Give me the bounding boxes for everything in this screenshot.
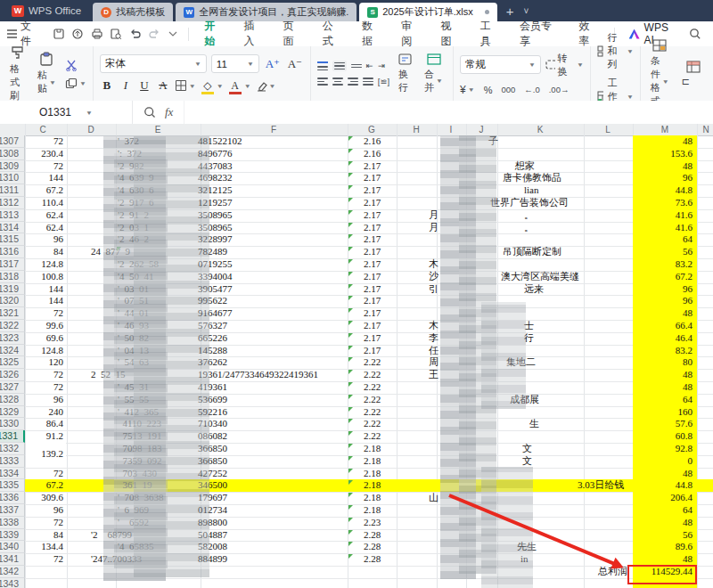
row-header-1321[interactable]: 1321 [0,307,25,320]
row-header-1313[interactable]: 1313 [0,209,25,222]
cell-g[interactable]: 2.17 [348,307,397,320]
increase-decimal-button[interactable]: .00→ [549,85,570,94]
cell-c[interactable]: 67.2 [25,184,63,197]
cell-g[interactable]: 2.16 [348,148,397,160]
cell-g[interactable]: 2.17 [348,184,397,197]
copy-icon[interactable] [65,78,78,89]
cell-c[interactable]: 240 [25,406,63,419]
cell-c[interactable]: 72 [25,381,63,394]
row-header-1311[interactable]: 1311 [0,184,25,197]
row-header-1333[interactable]: 1333 [0,455,25,468]
text-orientation-button[interactable]: [≌] [378,77,389,86]
borders-button[interactable]: ▼ [175,79,196,92]
row-header-1336[interactable]: 1336 [0,492,25,504]
row-header-1337[interactable]: 1337 [0,504,25,517]
cell-g[interactable]: 2.22 [348,430,397,443]
cell-m[interactable]: 66.4 [633,320,693,332]
strikethrough-button[interactable]: A [156,78,170,93]
decrease-font-button[interactable]: A⁻ [286,57,304,71]
cell-m[interactable]: 48 [633,369,693,381]
row-header-1340[interactable]: 1340 [0,541,25,553]
row-header-1323[interactable]: 1323 [0,332,25,345]
row-header-1315[interactable]: 1315 [0,233,25,246]
row-header-1316[interactable]: 1316 [0,246,25,258]
cell-g[interactable]: 2.18 [348,468,397,480]
row-header-1332[interactable]: 1332 [0,443,25,455]
cell-k[interactable]: 生 [529,418,539,430]
cell-c[interactable]: 84 [25,246,63,258]
cell-g[interactable]: 2.18 [348,492,397,504]
name-box[interactable]: O1331 ▼ [0,101,133,124]
row-header-1329[interactable]: 1329 [0,406,25,419]
cell-c[interactable]: 84 [25,529,63,542]
align-center-button[interactable] [332,78,343,85]
cell-g[interactable]: 2.17 [348,295,397,307]
cell-g[interactable]: 2.18 [348,455,397,468]
cell-c[interactable]: 120 [25,356,63,369]
cell-c[interactable]: 67.2 [25,479,63,492]
align-bottom-button[interactable] [351,64,362,69]
cell-g[interactable]: 2.17 [348,332,397,345]
cell-c[interactable]: 110.4 [25,197,63,209]
cell-m[interactable]: 48 [633,517,693,529]
spreadsheet-grid[interactable]: CDEFGHIJKLMN130772' 3724815221022.16子481… [0,124,713,588]
cell-c[interactable]: 72 [25,517,63,529]
cell-g[interactable]: 2.17 [348,283,397,296]
cell-m[interactable]: 41.6 [633,222,693,234]
cell-g[interactable]: 2.18 [348,443,397,455]
cell-m[interactable]: 41.6 [633,209,693,222]
cell-m[interactable]: 73.6 [633,197,693,209]
cell-m[interactable]: 160 [633,406,693,419]
row-header-1343[interactable]: 1343 [0,578,25,588]
cell-c[interactable]: 309.6 [25,492,63,504]
conditional-format-button[interactable]: 条件格式▼ [647,37,673,110]
cell-m[interactable]: 96 [633,295,693,307]
cell-c[interactable]: 144 [25,295,63,307]
column-header-J[interactable]: J [479,124,484,135]
cell-m[interactable]: 60.8 [633,430,693,443]
cell-g[interactable]: 2.16 [348,135,397,148]
cell-m[interactable]: 57.6 [633,418,693,430]
cell-m[interactable]: 64 [633,504,693,517]
cell-m[interactable]: 64 [633,394,693,406]
cell-g[interactable]: 2.28 [348,541,397,553]
cell-g[interactable]: 2.22 [348,369,397,381]
cell-k[interactable]: lian [524,184,539,197]
column-header-G[interactable]: G [368,124,375,135]
cell-g[interactable]: 2.23 [348,517,397,529]
column-header-H[interactable]: H [413,124,419,135]
cell-c[interactable]: 86.4 [25,418,63,430]
undo-button[interactable] [127,26,143,43]
align-right-button[interactable] [348,78,358,85]
row-header-1308[interactable]: 1308 [0,148,25,160]
cell-g[interactable]: 2.18 [348,479,397,492]
column-header-F[interactable]: F [271,124,276,135]
percent-button[interactable]: % [484,85,493,95]
cut-scissors-icon[interactable] [65,59,78,71]
decrease-indent-button[interactable]: ⇤ [366,61,373,70]
cell-c[interactable]: 72 [25,135,63,148]
cell-k[interactable]: 。 [524,209,534,222]
cell-k[interactable]: 世界广告装饰公司 [490,197,569,209]
cell-m[interactable]: 44.8 [633,479,693,492]
align-middle-button[interactable] [332,61,347,71]
cell-g[interactable]: 2.17 [348,233,397,246]
cell-c[interactable]: 69.6 [25,332,63,345]
cell-m[interactable]: 80 [633,356,693,369]
cell-g[interactable]: 2.28 [348,553,397,566]
increase-indent-button[interactable]: ⇥ [378,61,385,70]
cell-c[interactable]: 72 [25,160,63,173]
column-header-N[interactable]: N [702,124,709,135]
clear-format-button[interactable]: ▼ [256,80,276,92]
row-header-1314[interactable]: 1314 [0,222,25,234]
redo-button[interactable] [145,26,162,43]
more-commands-chevron-icon[interactable] [165,26,182,43]
cell-c[interactable]: 96 [25,394,63,406]
cell-m[interactable]: 56 [633,529,693,542]
print-preview-button[interactable] [107,26,124,43]
cell-c[interactable]: 96 [25,233,63,246]
cell-m[interactable]: 153.6 [633,148,693,160]
column-header-C[interactable]: C [39,124,45,135]
number-format-select[interactable]: 常规▼ [460,55,541,74]
paste-button[interactable]: 粘贴▼ [34,50,60,97]
